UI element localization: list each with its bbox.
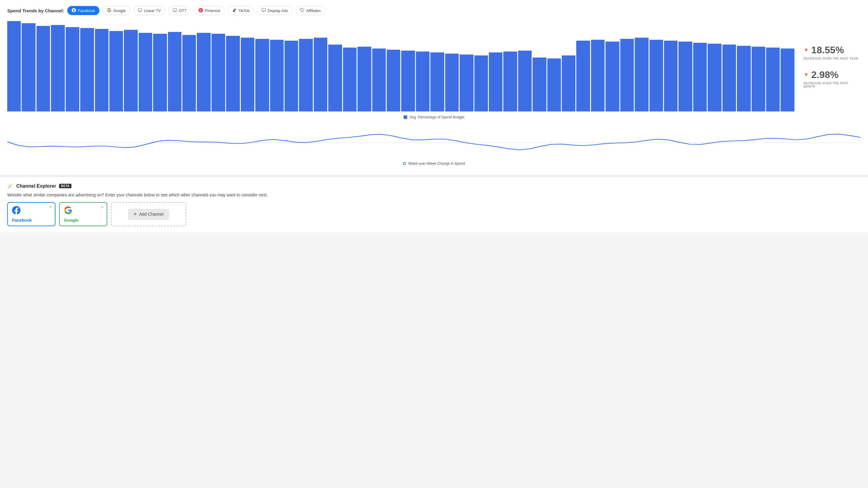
- bar-item: [226, 36, 240, 111]
- display-ads-icon: [261, 8, 266, 13]
- bar-item: [708, 44, 721, 111]
- line-chart: [7, 125, 861, 158]
- google-card-icon: [64, 206, 72, 217]
- bar-chart: [7, 21, 795, 111]
- bar-item: [401, 51, 415, 111]
- bar-item: [693, 43, 707, 111]
- bar-item: [241, 38, 254, 111]
- bar-item: [124, 30, 137, 111]
- monthly-arrow-icon: ▼: [804, 72, 809, 78]
- tab-affiliates[interactable]: Affiliates: [296, 6, 326, 15]
- explorer-title: Channel Explorer: [16, 184, 56, 189]
- tab-facebook-label: Facebook: [78, 8, 95, 13]
- channel-cards-row: ✕ Facebook ✕ Google + Add Channel: [7, 202, 861, 226]
- explorer-wand-icon: 🪄: [7, 183, 13, 189]
- bar-item: [168, 32, 181, 111]
- add-channel-button[interactable]: + Add Channel: [128, 209, 169, 220]
- plus-icon: +: [133, 211, 137, 218]
- bar-item: [416, 52, 430, 111]
- tab-ott-label: OTT: [179, 8, 187, 13]
- yearly-stat-value-row: ▼ 18.55%: [804, 44, 861, 56]
- tab-tiktok-label: TikTok: [239, 8, 250, 13]
- monthly-stat-label: DECREASE OVER THE PAST MONTH: [804, 82, 861, 88]
- line-chart-legend: Week-over-Week Change in Spend: [7, 161, 861, 166]
- legend2-label: Week-over-Week Change in Spend: [408, 161, 465, 166]
- channel-card-google[interactable]: ✕ Google: [59, 202, 107, 226]
- bar-item: [22, 23, 35, 111]
- bar-item: [182, 35, 196, 111]
- tab-google-label: Google: [113, 8, 126, 13]
- channel-explorer-section: 🪄 Channel Explorer BETA Wonder what simi…: [0, 177, 868, 232]
- tab-display-ads-label: Display Ads: [268, 8, 288, 13]
- tab-affiliates-label: Affiliates: [306, 8, 321, 13]
- pinterest-icon: [198, 8, 203, 13]
- tab-tiktok[interactable]: TikTok: [228, 6, 254, 15]
- facebook-icon: [72, 8, 76, 13]
- facebook-card-icon: [12, 206, 21, 217]
- bar-item: [781, 48, 794, 111]
- bar-item: [7, 21, 21, 111]
- bar-chart-wrapper: [7, 21, 795, 111]
- google-icon: [107, 8, 111, 13]
- bar-item: [518, 51, 532, 111]
- tab-pinterest[interactable]: Pinterest: [194, 6, 224, 15]
- google-card-label: Google: [64, 218, 79, 223]
- bar-item: [562, 56, 575, 111]
- tab-google[interactable]: Google: [102, 6, 130, 15]
- yearly-arrow-icon: ▼: [804, 47, 809, 53]
- tab-pinterest-label: Pinterest: [205, 8, 220, 13]
- bar-item: [95, 29, 108, 111]
- svg-rect-0: [138, 9, 142, 11]
- bar-item: [635, 38, 648, 111]
- bar-chart-legend: Avg. Percentage of Spend Budget: [7, 115, 861, 119]
- tab-ott[interactable]: OTT: [168, 6, 191, 15]
- bar-item: [343, 47, 356, 111]
- legend2-dot-icon: [403, 162, 406, 165]
- bar-item: [766, 47, 780, 111]
- explorer-description: Wonder what similar companies are advert…: [7, 193, 861, 197]
- bar-item: [80, 28, 94, 111]
- bar-item: [722, 44, 736, 111]
- bar-item: [445, 54, 459, 111]
- yearly-stat: ▼ 18.55% DECREASE OVER THE PAST YEAR: [804, 44, 861, 60]
- bar-item: [474, 56, 488, 111]
- section-title: Spend Trends by Channel:: [7, 8, 64, 13]
- monthly-stat-value-row: ▼ 2.98%: [804, 69, 861, 80]
- svg-rect-6: [262, 9, 266, 11]
- bar-item: [255, 39, 269, 111]
- yearly-stat-label: DECREASE OVER THE PAST YEAR: [804, 57, 861, 60]
- bar-item: [503, 52, 517, 111]
- line-chart-wrapper: [7, 125, 861, 158]
- monthly-stat-number: 2.98%: [811, 69, 839, 80]
- bar-item: [284, 41, 298, 111]
- bar-item: [430, 53, 444, 111]
- stats-panel: ▼ 18.55% DECREASE OVER THE PAST YEAR ▼ 2…: [801, 21, 861, 111]
- bar-item: [752, 47, 765, 111]
- bar-item: [212, 34, 225, 111]
- google-card-close-icon[interactable]: ✕: [101, 205, 104, 209]
- bar-item: [110, 31, 123, 111]
- bar-item: [51, 25, 64, 111]
- yearly-stat-number: 18.55%: [811, 44, 844, 56]
- channel-card-facebook[interactable]: ✕ Facebook: [7, 202, 56, 226]
- facebook-card-label: Facebook: [12, 218, 32, 223]
- bar-item: [36, 26, 50, 111]
- tab-display-ads[interactable]: Display Ads: [257, 6, 293, 15]
- bar-item: [620, 39, 634, 111]
- bar-item: [299, 39, 313, 111]
- tab-facebook[interactable]: Facebook: [67, 6, 99, 15]
- bar-item: [591, 40, 604, 111]
- tiktok-icon: [232, 8, 237, 13]
- bar-item: [314, 38, 327, 111]
- tv-icon: [138, 8, 142, 13]
- line-chart-path: [7, 134, 861, 150]
- svg-rect-3: [173, 9, 177, 11]
- bar-item: [358, 47, 371, 111]
- add-channel-card[interactable]: + Add Channel: [111, 202, 186, 226]
- bar-item: [372, 48, 386, 111]
- monthly-stat: ▼ 2.98% DECREASE OVER THE PAST MONTH: [804, 69, 861, 88]
- facebook-card-close-icon[interactable]: ✕: [49, 205, 52, 209]
- add-channel-label: Add Channel: [139, 212, 164, 217]
- tab-linear-tv[interactable]: Linear TV: [133, 6, 165, 15]
- bar-item: [138, 33, 152, 111]
